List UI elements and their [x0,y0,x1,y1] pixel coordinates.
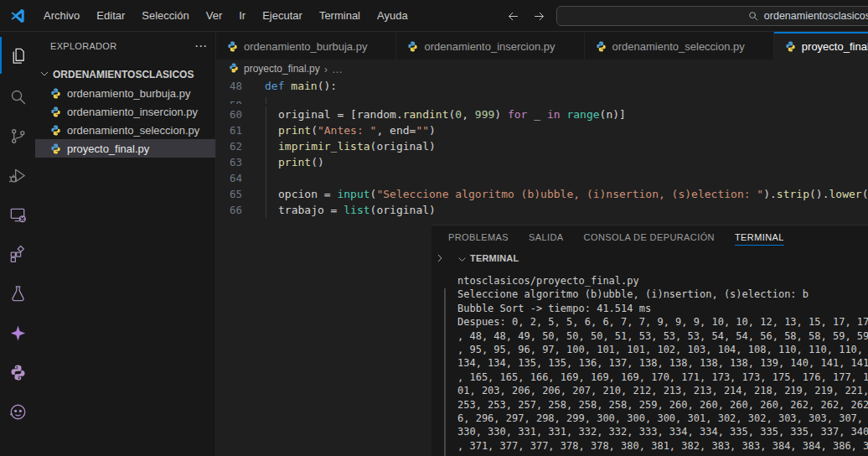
tab-label: proyecto_final.py [802,40,868,53]
code-line-48: 48def main(): [216,78,868,94]
python-file-icon [406,40,419,53]
code-line-65: 65opcion = input("Seleccione algoritmo (… [216,186,868,202]
file-item-ordenamiento_burbuja.py[interactable]: ordenamiento_burbuja.py [35,84,215,102]
activity-source-control-icon[interactable] [0,117,35,156]
tab-ordenamiento_burbuja.py[interactable]: ordenamiento_burbuja.py [216,32,396,60]
search-value: ordenamientosclasicos [764,10,868,22]
activity-copilot-chat-icon[interactable] [0,314,35,353]
menu-bar: ArchivoEditarSelecciónVerIrEjecutarTermi… [36,6,416,25]
code-text: opcion = input("Seleccione algoritmo (b)… [255,186,868,202]
activity-run-and-debug-icon[interactable] [0,156,35,195]
code-line-60: 60original = [random.randint(0, 999) for… [216,106,868,122]
vscode-logo-icon [9,8,26,24]
panel-tab-problemas[interactable]: PROBLEMAS [448,228,509,246]
search-icon [747,10,759,22]
title-bar: ArchivoEditarSelecciónVerIrEjecutarTermi… [0,0,868,32]
terminal-line: Seleccione algoritmo (b)ubble, (i)nserti… [457,288,868,301]
folder-root[interactable]: ORDENAMIENTOSCLASICOS [35,65,215,84]
terminal-line: 134, 134, 135, 135, 136, 137, 138, 138, … [457,356,868,370]
menu-ir[interactable]: Ir [231,6,253,25]
file-item-proyecto_final.py[interactable]: proyecto_final.py [35,139,215,158]
line-number: 60 [216,106,255,122]
panel-tab-salida[interactable]: SALIDA [529,228,564,246]
tab-label: ordenamiento_seleccion.py [612,40,745,53]
tab-ordenamiento_insercion.py[interactable]: ordenamiento_insercion.py [396,32,584,60]
menu-selección[interactable]: Selección [134,6,196,25]
panel-tab-consola-de-depuración[interactable]: CONSOLA DE DEPURACIÓN [584,228,715,246]
line-number: 48 [216,78,255,94]
python-file-icon [595,40,607,53]
line-number: 59 [216,97,255,104]
back-arrow-icon[interactable] [506,9,520,23]
code-text: imprimir_lista(original) [255,138,436,154]
line-number: 65 [216,186,255,202]
menu-ayuda[interactable]: Ayuda [369,6,416,25]
tab-label: ordenamiento_burbuja.py [244,40,367,53]
python-file-icon [49,87,62,100]
code-line-59: 59 [216,97,868,104]
file-label: ordenamiento_insercion.py [67,106,198,118]
chevron-right-icon[interactable] [434,252,446,264]
activity-remote-explorer-icon[interactable] [0,195,35,235]
file-label: ordenamiento_burbuja.py [67,87,190,100]
terminal-section-title: TERMINAL [470,253,519,263]
line-number: 64 [216,170,255,186]
menu-ejecutar[interactable]: Ejecutar [255,6,310,25]
menu-archivo[interactable]: Archivo [36,6,87,25]
line-number: 66 [216,202,255,218]
activity-python-icon[interactable] [0,353,35,392]
activity-explorer-icon[interactable] [0,34,35,77]
panel-tab-terminal[interactable]: TERMINAL [735,228,784,246]
menu-editar[interactable]: Editar [89,6,132,25]
terminal-line: 330, 330, 331, 331, 332, 332, 333, 334, … [457,425,868,438]
forward-arrow-icon[interactable] [532,9,546,23]
tab-proyecto_final.py[interactable]: proyecto_final.py× [774,32,868,60]
code-line-62: 62imprimir_lista(original) [216,138,868,154]
activity-testing-icon[interactable] [0,274,35,314]
terminal-section-header[interactable]: TERMINAL [431,249,868,267]
terminal-line: Despues: 0, 2, 5, 5, 6, 6, 7, 7, 9, 9, 9… [457,315,868,329]
activity-search-icon[interactable] [0,77,35,117]
menu-terminal[interactable]: Terminal [312,6,368,25]
file-item-ordenamiento_insercion.py[interactable]: ordenamiento_insercion.py [35,102,215,121]
line-number: 61 [216,122,255,138]
line-number: 63 [216,154,255,170]
line-number: 62 [216,138,255,154]
code-editor[interactable]: 48def main():5960original = [random.rand… [216,78,868,225]
terminal-output[interactable]: ntosclasicos/proyecto_final.pySeleccione… [431,267,868,456]
terminal-line: , 165, 165, 166, 169, 169, 169, 170, 171… [457,370,868,384]
breadcrumb[interactable]: proyecto_final.py › … [216,60,868,78]
code-text: print("Antes: ", end="") [255,122,436,138]
code-text [255,97,278,104]
terminal-line: Bubble Sort -> tiempo: 41.514 ms [457,302,868,315]
python-file-icon [226,40,239,53]
code-line-63: 63print() [216,154,868,170]
folder-name: ORDENAMIENTOSCLASICOS [53,69,194,80]
python-file-icon [49,106,62,118]
breadcrumb-tail: … [332,63,343,75]
file-item-ordenamiento_seleccion.py[interactable]: ordenamiento_seleccion.py [35,121,215,139]
code-text: def main(): [255,78,337,94]
terminal-line: , 371, 377, 377, 378, 378, 380, 381, 382… [457,439,868,453]
terminal-line: ntosclasicos/proyecto_final.py [457,274,868,288]
code-text [255,170,278,186]
activity-extensions-icon[interactable] [0,235,35,274]
sidebar-more-actions-icon[interactable]: ⋯ [194,42,207,50]
chevron-down-icon [457,253,468,264]
code-line-61: 61print("Antes: ", end="") [216,122,868,138]
code-text: trabajo = list(original) [255,202,436,218]
python-file-icon [228,62,240,76]
terminal-line: , 95, 95, 96, 97, 100, 101, 101, 102, 10… [457,343,868,356]
menu-ver[interactable]: Ver [199,6,230,25]
command-center-search[interactable]: ordenamientosclasicos [556,6,868,26]
file-label: proyecto_final.py [67,142,149,155]
tab-label: ordenamiento_insercion.py [424,40,555,53]
explorer-sidebar: EXPLORADOR ⋯ ORDENAMIENTOSCLASICOS orden… [35,32,215,456]
python-file-icon [49,142,62,155]
file-list: ordenamiento_burbuja.pyordenamiento_inse… [35,84,215,158]
editor-area: ordenamiento_burbuja.pyordenamiento_inse… [215,32,868,456]
breadcrumb-file: proyecto_final.py [244,63,320,75]
tab-ordenamiento_seleccion.py[interactable]: ordenamiento_seleccion.py [585,32,774,60]
bottom-panel: PROBLEMASSALIDACONSOLA DE DEPURACIÓNTERM… [431,225,868,456]
activity-github-icon[interactable] [0,392,35,432]
